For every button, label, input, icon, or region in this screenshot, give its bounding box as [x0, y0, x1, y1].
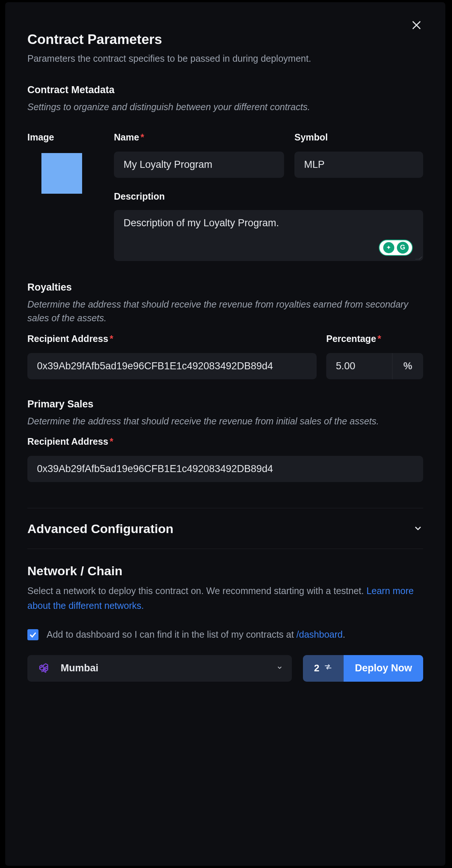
description-label: Description [114, 191, 423, 202]
network-description: Select a network to deploy this contract… [27, 583, 423, 613]
royalty-percentage-label: Percentage* [326, 333, 423, 344]
royalties-heading: Royalties [27, 282, 423, 293]
metadata-sub: Settings to organize and distinguish bet… [27, 100, 423, 114]
image-label: Image [27, 132, 104, 143]
chevron-down-icon [276, 664, 283, 672]
dashboard-link[interactable]: /dashboard [296, 629, 343, 640]
page-title: Contract Parameters [27, 32, 423, 47]
advanced-config-title: Advanced Configuration [27, 522, 173, 536]
deploy-now-button[interactable]: Deploy Now [344, 655, 423, 682]
royalties-sub: Determine the address that should receiv… [27, 298, 423, 325]
close-button[interactable] [409, 18, 424, 33]
name-input[interactable] [114, 152, 284, 178]
close-icon [411, 19, 422, 31]
chevron-down-icon [413, 523, 423, 535]
contract-image-upload[interactable] [41, 153, 82, 194]
symbol-input[interactable] [294, 152, 423, 178]
grammarly-widget[interactable]: ✦ G [379, 240, 413, 256]
royalty-address-label: Recipient Address* [27, 333, 317, 344]
network-select[interactable]: Mumbai [27, 655, 292, 682]
swap-icon [324, 662, 333, 674]
primary-heading: Primary Sales [27, 399, 423, 410]
royalty-address-input[interactable] [27, 353, 317, 379]
network-selected-name: Mumbai [61, 662, 276, 674]
name-label: Name* [114, 132, 284, 143]
add-to-dashboard-checkbox[interactable] [27, 629, 38, 640]
add-to-dashboard-label: Add to dashboard so I can find it in the… [47, 628, 345, 642]
grammarly-sparkle-icon: ✦ [383, 242, 394, 253]
advanced-config-toggle[interactable]: Advanced Configuration [27, 508, 423, 549]
transaction-count-badge[interactable]: 2 [303, 655, 344, 682]
primary-sub: Determine the address that should receiv… [27, 414, 423, 428]
grammarly-g-icon: G [397, 242, 409, 254]
primary-address-input[interactable] [27, 456, 423, 482]
polygon-icon [38, 662, 51, 675]
metadata-heading: Contract Metadata [27, 84, 423, 96]
deploy-button-group: 2 Deploy Now [303, 655, 423, 682]
page-subtitle: Parameters the contract specifies to be … [27, 52, 423, 65]
divider [27, 549, 423, 549]
percent-suffix: % [392, 353, 423, 379]
royalty-percentage-input[interactable] [326, 353, 392, 379]
network-title: Network / Chain [27, 564, 423, 578]
description-input[interactable] [114, 210, 423, 261]
symbol-label: Symbol [294, 132, 423, 143]
transaction-count-value: 2 [314, 662, 319, 674]
primary-address-label: Recipient Address* [27, 436, 423, 447]
modal-panel: Contract Parameters Parameters the contr… [5, 2, 445, 866]
